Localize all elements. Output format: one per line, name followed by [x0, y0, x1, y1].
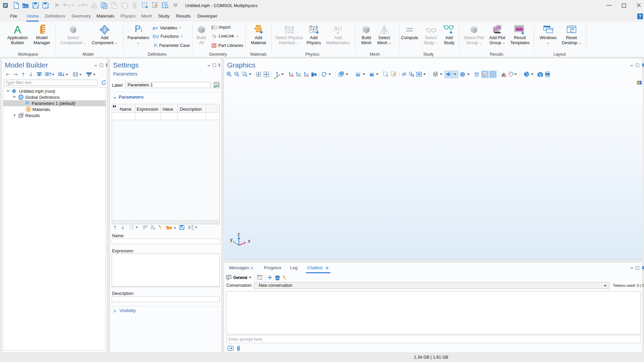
svg-text:x: x: [248, 238, 250, 244]
svg-text:y: y: [230, 237, 232, 242]
svg-text:z: z: [237, 231, 240, 237]
svg-text:yz: yz: [298, 72, 301, 76]
svg-text:ΔU: ΔU: [334, 25, 342, 32]
svg-text:xz: xz: [306, 72, 309, 76]
svg-text:xy: xy: [290, 72, 294, 76]
svg-text:General: General: [233, 275, 247, 280]
